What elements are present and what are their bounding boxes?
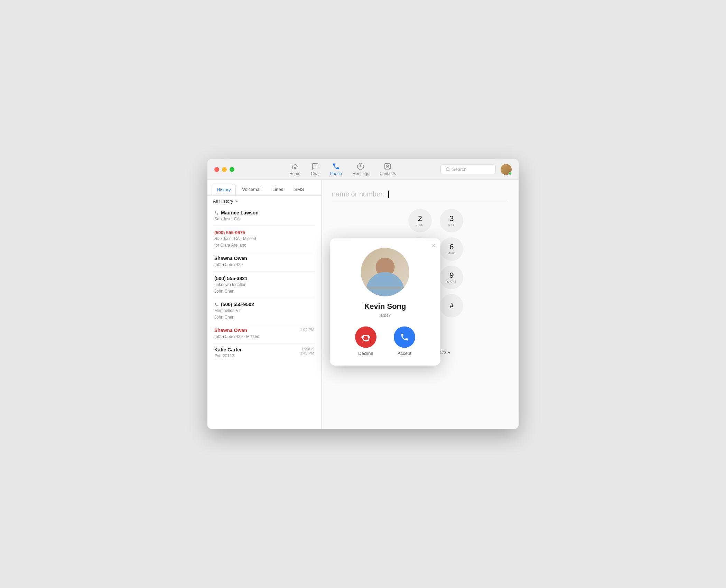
- titlebar: Home Chat Phone Meetings: [207, 159, 519, 180]
- traffic-lights: [214, 167, 234, 172]
- nav-home-label: Home: [289, 171, 300, 176]
- nav-home[interactable]: Home: [289, 163, 300, 176]
- caller-name: Kevin Song: [364, 302, 406, 311]
- caller-avatar-img: [361, 248, 409, 296]
- nav-contacts[interactable]: Contacts: [380, 163, 396, 176]
- accept-label: Accept: [398, 351, 411, 356]
- modal-overlay: × Kevin Song 3487: [207, 180, 519, 429]
- search-icon: [446, 167, 450, 172]
- decline-label: Decline: [358, 351, 373, 356]
- nav-meetings[interactable]: Meetings: [352, 163, 369, 176]
- caller-ext: 3487: [379, 312, 391, 318]
- online-status-indicator: [509, 172, 512, 175]
- close-button[interactable]: [214, 167, 219, 172]
- nav-chat[interactable]: Chat: [311, 163, 319, 176]
- svg-point-2: [387, 165, 389, 167]
- svg-point-3: [446, 168, 449, 171]
- nav-meetings-label: Meetings: [352, 171, 369, 176]
- svg-line-4: [449, 170, 449, 171]
- caller-avatar: [361, 248, 409, 296]
- nav-contacts-label: Contacts: [380, 171, 396, 176]
- app-window: Home Chat Phone Meetings: [207, 159, 519, 429]
- accept-button[interactable]: [394, 327, 415, 348]
- user-avatar-wrap: [501, 164, 512, 175]
- maximize-button[interactable]: [230, 167, 234, 172]
- main-content: History Voicemail Lines SMS All History …: [207, 180, 519, 429]
- nav-bar: Home Chat Phone Meetings: [245, 163, 440, 176]
- decline-action[interactable]: Decline: [355, 327, 376, 356]
- person-body-shape: [366, 272, 404, 296]
- minimize-button[interactable]: [222, 167, 227, 172]
- incoming-call-modal: × Kevin Song 3487: [330, 238, 440, 366]
- call-actions: Decline Accept: [355, 327, 415, 356]
- accept-action[interactable]: Accept: [394, 327, 415, 356]
- search-bar[interactable]: Search: [440, 164, 496, 174]
- nav-chat-label: Chat: [311, 171, 319, 176]
- nav-phone-label: Phone: [330, 171, 342, 176]
- decline-icon: [361, 333, 370, 342]
- shelf-detail: [361, 287, 409, 290]
- nav-phone[interactable]: Phone: [330, 163, 342, 176]
- accept-icon: [400, 333, 409, 342]
- decline-button[interactable]: [355, 327, 376, 348]
- modal-close-button[interactable]: ×: [432, 242, 436, 249]
- search-placeholder: Search: [452, 167, 466, 172]
